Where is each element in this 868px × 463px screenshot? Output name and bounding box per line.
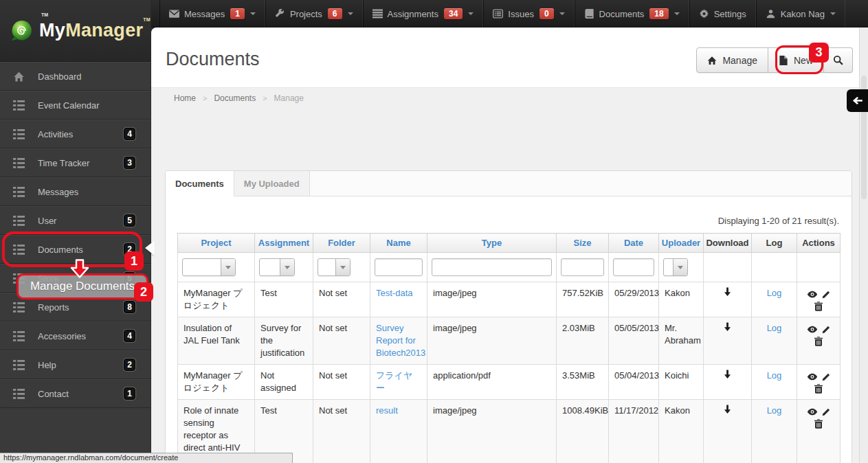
notification-badge: 34 [444, 8, 463, 19]
pencil-icon[interactable] [822, 290, 831, 299]
filter-cell-name [370, 253, 427, 282]
app-logo[interactable]: TM MyManagerTM [0, 0, 151, 62]
column-header-type[interactable]: Type [427, 234, 557, 253]
log-link[interactable]: Log [767, 405, 782, 416]
filter-select-assignment[interactable] [259, 258, 295, 276]
sidebar-item-time-tracker[interactable]: Time Tracker3 [0, 148, 151, 177]
tab-documents[interactable]: Documents [166, 171, 234, 196]
column-header-uploader[interactable]: Uploader [659, 234, 704, 253]
chevron-down-icon [559, 12, 565, 15]
chevron-down-icon [340, 266, 346, 269]
nav-item-kakon-nag[interactable]: Kakon Nag [756, 0, 845, 27]
cell-size: 3.53MiB [557, 365, 609, 400]
sidebar-item-contact[interactable]: Contact1 [0, 379, 151, 408]
filter-input-type[interactable] [432, 258, 552, 276]
sidebar-item-help[interactable]: Help2 [0, 350, 151, 379]
chevron-down-icon [285, 266, 290, 269]
bars-icon [372, 9, 383, 19]
filter-select-uploader[interactable] [663, 258, 688, 276]
count-badge: 8 [124, 301, 135, 313]
column-header-folder[interactable]: Folder [313, 234, 370, 253]
trash-icon[interactable] [814, 337, 823, 346]
eye-icon[interactable] [807, 326, 818, 333]
cell-date: 05/29/2013 [609, 282, 659, 317]
cell-assignment: Not assigned [255, 365, 313, 400]
filter-cell-assignment [255, 253, 313, 282]
trademark-label: TM [143, 17, 151, 22]
cell-actions [797, 282, 841, 317]
nav-item-label: Assignments [388, 9, 438, 19]
brand-snail-icon [10, 16, 32, 46]
count-badge: 1 [124, 387, 135, 400]
document-name-link[interactable]: フライヤー [376, 370, 412, 393]
pencil-icon[interactable] [822, 407, 831, 416]
eye-icon[interactable] [807, 408, 818, 416]
eye-icon[interactable] [807, 373, 818, 381]
filter-input-name[interactable] [375, 258, 423, 276]
nav-item-projects[interactable]: Projects6 [265, 0, 363, 27]
breadcrumb-item-home[interactable]: Home [174, 93, 196, 103]
page-title: Documents [166, 49, 260, 70]
document-name-link[interactable]: Survey Report for Biotech2013 [376, 323, 425, 358]
breadcrumb-item-documents[interactable]: Documents [214, 93, 256, 103]
nav-item-settings[interactable]: Settings [689, 0, 756, 27]
pencil-icon[interactable] [822, 325, 831, 334]
cell-project: Insulation of JAL Fuel Tank [178, 317, 255, 365]
log-link[interactable]: Log [767, 370, 782, 381]
download-icon[interactable] [723, 370, 732, 379]
column-header-date[interactable]: Date [609, 234, 659, 253]
list-icon [13, 129, 25, 139]
manage-button[interactable]: Manage [696, 47, 768, 73]
sidebar-item-messages[interactable]: Messages [0, 177, 151, 206]
column-header-name[interactable]: Name [370, 234, 427, 253]
cell-log: Log [752, 282, 797, 317]
chevron-down-icon [250, 12, 256, 15]
column-header-assignment[interactable]: Assignment [255, 234, 313, 253]
pencil-icon[interactable] [822, 372, 831, 381]
notification-badge: 0 [539, 8, 554, 19]
sidebar-item-accessories[interactable]: Accessories4 [0, 321, 151, 350]
column-header-project[interactable]: Project [178, 234, 255, 253]
tab-my-uploaded[interactable]: My Uploaded [234, 171, 310, 196]
trash-icon[interactable] [814, 302, 823, 311]
cell-folder: Not set [313, 400, 370, 463]
breadcrumb-separator: > [263, 94, 267, 102]
cell-name: result [370, 400, 427, 463]
list-icon [13, 360, 25, 370]
cell-size: 757.52KiB [557, 282, 609, 317]
nav-item-messages[interactable]: Messages1 [159, 0, 265, 27]
download-icon[interactable] [723, 287, 732, 297]
log-link[interactable]: Log [767, 323, 782, 333]
sidebar-item-label: Help [38, 360, 56, 370]
filter-input-size[interactable] [561, 258, 604, 276]
nav-item-documents[interactable]: Documents18 [575, 0, 689, 27]
cell-log: Log [752, 365, 797, 400]
filter-input-date[interactable] [613, 258, 654, 276]
filter-select-folder[interactable] [318, 258, 350, 276]
sidebar-item-event-calendar[interactable]: Event Calendar [0, 91, 151, 120]
document-name-link[interactable]: Test-data [376, 288, 412, 298]
sidebar-item-dashboard[interactable]: Dashboard [0, 62, 151, 91]
sidebar-item-label: Time Tracker [38, 158, 89, 168]
sidebar-item-label: Messages [38, 187, 78, 197]
nav-item-issues[interactable]: Issues0 [483, 0, 574, 27]
nav-item-label: Kakon Nag [781, 9, 825, 19]
sidebar-item-user[interactable]: User5 [0, 206, 151, 235]
download-icon[interactable] [723, 322, 732, 332]
filter-select-project[interactable] [182, 258, 236, 276]
document-name-link[interactable]: result [376, 405, 398, 416]
log-link[interactable]: Log [767, 288, 782, 298]
nav-item-assignments[interactable]: Assignments34 [363, 0, 484, 27]
list-icon [13, 158, 25, 168]
collapse-panel-button[interactable] [847, 89, 868, 112]
cell-project: MyManager プロジェクト [178, 365, 255, 400]
trash-icon[interactable] [814, 419, 823, 429]
trash-icon[interactable] [814, 384, 823, 394]
annotation-step-3-badge: 3 [809, 43, 829, 63]
eye-icon[interactable] [807, 291, 818, 298]
column-header-size[interactable]: Size [557, 234, 609, 253]
download-icon[interactable] [723, 405, 732, 414]
envelope-icon [169, 9, 179, 19]
sidebar-item-activities[interactable]: Activities4 [0, 120, 151, 148]
home-icon [13, 71, 25, 82]
